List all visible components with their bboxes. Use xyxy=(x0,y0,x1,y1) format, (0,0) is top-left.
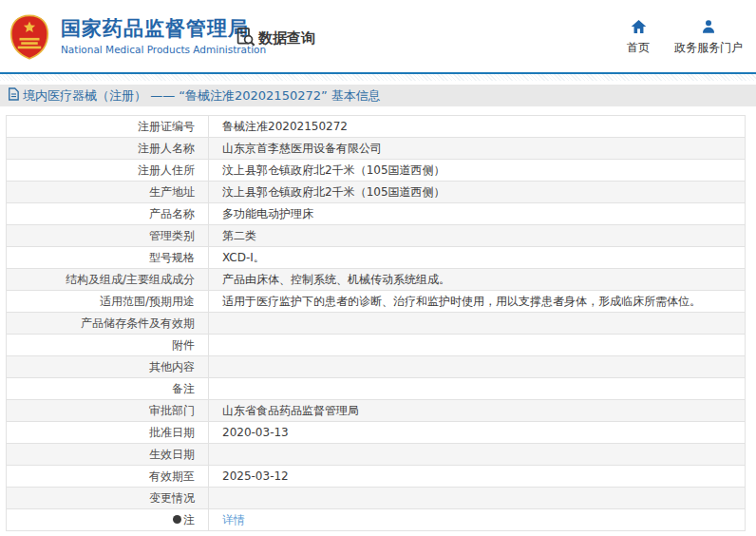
breadcrumb: 境内医疗器械（注册） —— “鲁械注准20202150272” 基本信息 xyxy=(0,85,756,106)
row-label: 附件 xyxy=(7,335,209,356)
row-label: 注册证编号 xyxy=(7,116,209,138)
brand[interactable]: 国家药品监督管理局 National Medical Products Admi… xyxy=(9,14,266,60)
row-value: 山东省食品药品监督管理局 xyxy=(209,400,746,422)
row-label: 管理类别 xyxy=(7,225,209,247)
table-row: 注册人住所汶上县郭仓镇政府北2千米（105国道西侧） xyxy=(7,160,746,182)
table-row: 注册人名称山东京首李慈医用设备有限公司 xyxy=(7,138,746,160)
row-label: 注册人名称 xyxy=(7,138,209,160)
table-row: 管理类别第二类 xyxy=(7,225,746,247)
row-label: 批准日期 xyxy=(7,422,209,444)
row-value: 详情 xyxy=(209,509,746,531)
site-header: 国家药品监督管理局 National Medical Products Admi… xyxy=(0,0,756,74)
row-value: 2025-03-12 xyxy=(209,466,746,488)
page: 国家药品监督管理局 National Medical Products Admi… xyxy=(0,0,756,531)
details-link[interactable]: 详情 xyxy=(222,513,245,526)
table-row: 生效日期 xyxy=(7,444,746,466)
table-row: 批准日期2020-03-13 xyxy=(7,422,746,444)
data-query-tab[interactable]: 数据查询 xyxy=(236,27,315,50)
table-row: 产品储存条件及有效期 xyxy=(7,313,746,335)
user-icon xyxy=(701,19,716,37)
data-query-icon xyxy=(236,27,255,50)
nav-home[interactable]: 首页 xyxy=(627,19,650,56)
row-label: 审批部门 xyxy=(7,400,209,422)
row-label: 有效期至 xyxy=(7,466,209,488)
table-row: 备注 xyxy=(7,378,746,400)
row-value: 鲁械注准20202150272 xyxy=(209,116,746,138)
note-icon xyxy=(173,515,181,524)
table-row: 审批部门山东省食品药品监督管理局 xyxy=(7,400,746,422)
row-label: 型号规格 xyxy=(7,247,209,269)
nav-home-label: 首页 xyxy=(627,40,650,56)
data-query-label: 数据查询 xyxy=(258,29,315,48)
row-value xyxy=(209,335,746,356)
document-icon xyxy=(8,87,19,104)
row-label: 适用范围/预期用途 xyxy=(7,291,209,313)
row-value: 2020-03-13 xyxy=(209,422,746,444)
row-label: 生产地址 xyxy=(7,182,209,203)
row-label: 其他内容 xyxy=(7,356,209,378)
table-row: 附件 xyxy=(7,335,746,356)
table-row: 产品名称多功能电动护理床 xyxy=(7,203,746,225)
row-value xyxy=(209,488,746,509)
row-value: 适用于医疗监护下的患者的诊断、治疗和监护时使用，用以支撑患者身体，形成临床所需体… xyxy=(209,291,746,313)
row-label: 产品储存条件及有效期 xyxy=(7,313,209,335)
registration-info-table: 注册证编号鲁械注准20202150272注册人名称山东京首李慈医用设备有限公司注… xyxy=(6,115,746,531)
row-label: 注 xyxy=(7,509,209,531)
nav-portal-label: 政务服务门户 xyxy=(674,40,743,56)
row-value: XCD-I。 xyxy=(209,247,746,269)
row-label: 结构及组成/主要组成成分 xyxy=(7,269,209,291)
row-value: 汶上县郭仓镇政府北2千米（105国道西侧） xyxy=(209,182,746,203)
row-label: 注册人住所 xyxy=(7,160,209,182)
row-value xyxy=(209,444,746,466)
row-value: 汶上县郭仓镇政府北2千米（105国道西侧） xyxy=(209,160,746,182)
national-emblem-logo xyxy=(9,14,49,60)
row-value: 产品由床体、控制系统、机械传动系统组成。 xyxy=(209,269,746,291)
row-value: 第二类 xyxy=(209,225,746,247)
header-nav: 首页 政务服务门户 xyxy=(627,19,743,56)
row-label: 生效日期 xyxy=(7,444,209,466)
table-row: 其他内容 xyxy=(7,356,746,378)
table-row: 型号规格XCD-I。 xyxy=(7,247,746,269)
table-row: 有效期至2025-03-12 xyxy=(7,466,746,488)
table-row: 注详情 xyxy=(7,509,746,531)
header-stripe-band xyxy=(0,74,756,81)
row-value xyxy=(209,313,746,335)
table-row: 变更情况 xyxy=(7,488,746,509)
row-label: 产品名称 xyxy=(7,203,209,225)
nav-portal[interactable]: 政务服务门户 xyxy=(674,19,743,56)
row-value xyxy=(209,378,746,400)
table-row: 适用范围/预期用途适用于医疗监护下的患者的诊断、治疗和监护时使用，用以支撑患者身… xyxy=(7,291,746,313)
row-value: 山东京首李慈医用设备有限公司 xyxy=(209,138,746,160)
breadcrumb-text: 境内医疗器械（注册） —— “鲁械注准20202150272” 基本信息 xyxy=(23,87,381,105)
row-label: 变更情况 xyxy=(7,488,209,509)
table-row: 生产地址汶上县郭仓镇政府北2千米（105国道西侧） xyxy=(7,182,746,203)
table-row: 结构及组成/主要组成成分产品由床体、控制系统、机械传动系统组成。 xyxy=(7,269,746,291)
row-value xyxy=(209,356,746,378)
row-value: 多功能电动护理床 xyxy=(209,203,746,225)
row-label: 备注 xyxy=(7,378,209,400)
registration-info-table-wrap: 注册证编号鲁械注准20202150272注册人名称山东京首李慈医用设备有限公司注… xyxy=(6,115,750,531)
home-icon xyxy=(631,19,647,37)
table-row: 注册证编号鲁械注准20202150272 xyxy=(7,116,746,138)
